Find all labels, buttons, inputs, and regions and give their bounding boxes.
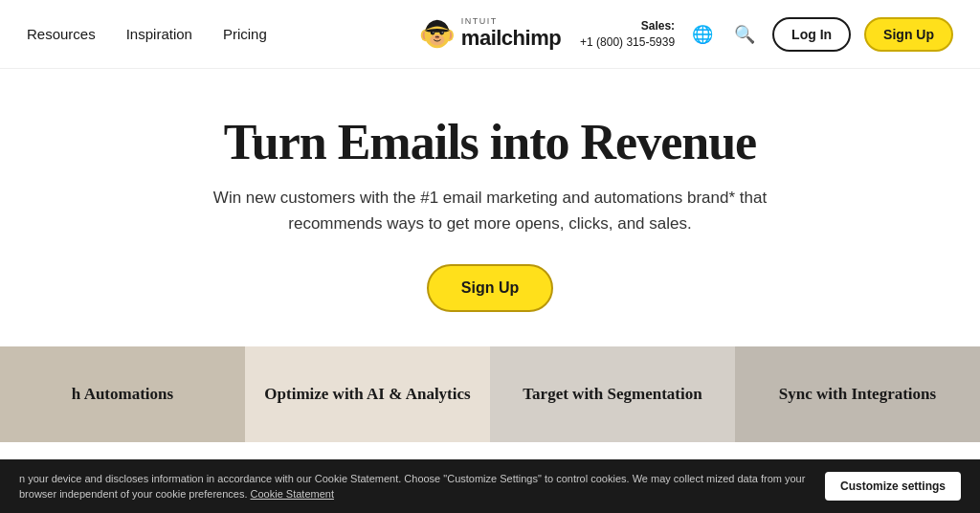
logo-mailchimp-text: mailchimp <box>461 27 561 50</box>
search-icon: 🔍 <box>734 24 755 45</box>
nav-left: Resources Inspiration Pricing <box>27 26 267 42</box>
navbar: Resources Inspiration Pricing <box>0 0 980 69</box>
nav-link-pricing[interactable]: Pricing <box>223 26 267 42</box>
signup-nav-button[interactable]: Sign Up <box>864 17 953 52</box>
feature-automations[interactable]: h Automations <box>0 346 245 442</box>
sales-phone: +1 (800) 315-5939 <box>580 35 675 49</box>
globe-icon: 🌐 <box>692 24 713 45</box>
nav-right: Sales: +1 (800) 315-5939 🌐 🔍 Log In Sign… <box>580 17 953 52</box>
nav-link-resources[interactable]: Resources <box>27 26 96 42</box>
hero-subheadline: Win new customers with the #1 email mark… <box>212 185 768 236</box>
feature-segmentation[interactable]: Target with Segmentation <box>490 346 735 442</box>
cookie-text: n your device and discloses information … <box>19 471 810 502</box>
search-button[interactable]: 🔍 <box>730 20 759 49</box>
hero-signup-button[interactable]: Sign Up <box>427 264 553 312</box>
feature-ai-analytics[interactable]: Optimize with AI & Analytics <box>245 346 490 442</box>
hero-section: Turn Emails into Revenue Win new custome… <box>0 69 980 346</box>
login-button[interactable]: Log In <box>772 17 851 52</box>
nav-sales-info: Sales: +1 (800) 315-5939 <box>580 18 675 51</box>
cookie-statement-link[interactable]: Cookie Statement <box>251 488 334 500</box>
svg-point-12 <box>437 35 438 36</box>
feature-integrations[interactable]: Sync with Integrations <box>735 346 980 442</box>
logo-text: INTUIT mailchimp <box>461 17 561 50</box>
svg-point-11 <box>435 35 436 36</box>
customize-settings-button[interactable]: Customize settings <box>825 472 961 501</box>
hero-headline: Turn Emails into Revenue <box>224 115 756 169</box>
mailchimp-monkey-icon <box>419 16 456 53</box>
cookie-banner: n your device and discloses information … <box>0 459 980 513</box>
sales-label: Sales: <box>641 19 675 33</box>
logo[interactable]: INTUIT mailchimp <box>419 16 561 53</box>
nav-link-inspiration[interactable]: Inspiration <box>126 26 192 42</box>
svg-point-10 <box>434 35 439 38</box>
globe-button[interactable]: 🌐 <box>688 20 717 49</box>
feature-strip: h Automations Optimize with AI & Analyti… <box>0 346 980 442</box>
